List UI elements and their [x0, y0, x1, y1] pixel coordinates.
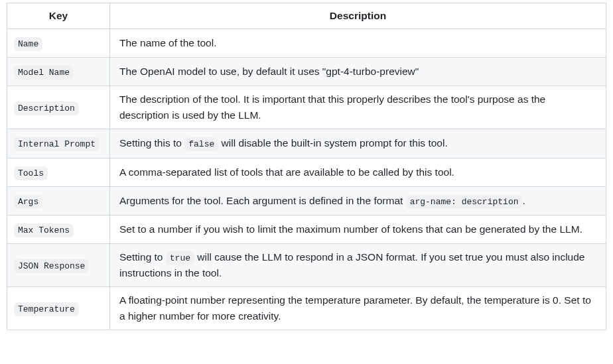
table-row: Model Name The OpenAI model to use, by d…: [7, 58, 606, 86]
key-cell: Max Tokens: [7, 215, 110, 243]
key-cell: Internal Prompt: [7, 129, 110, 158]
table-row: Max Tokens Set to a number if you wish t…: [7, 215, 606, 243]
desc-text: .: [522, 195, 525, 206]
desc-text: The description of the tool. It is impor…: [119, 93, 545, 121]
table-row: Description The description of the tool.…: [7, 86, 606, 129]
desc-code: true: [166, 251, 194, 265]
description-cell: Setting this to false will disable the b…: [110, 129, 606, 158]
config-keys-table: Key Description Name The name of the too…: [7, 3, 606, 330]
description-cell: Set to a number if you wish to limit the…: [110, 215, 606, 243]
key-cell: Temperature: [7, 287, 110, 330]
desc-text: The OpenAI model to use, by default it u…: [119, 66, 419, 77]
desc-text: will disable the built-in system prompt …: [218, 137, 447, 149]
key-code: Temperature: [14, 302, 79, 316]
header-key: Key: [7, 3, 110, 29]
description-cell: The OpenAI model to use, by default it u…: [110, 58, 606, 86]
table-row: Internal Prompt Setting this to false wi…: [7, 129, 606, 158]
description-cell: The name of the tool.: [110, 29, 606, 58]
desc-text: Set to a number if you wish to limit the…: [119, 223, 582, 235]
table-row: JSON Response Setting to true will cause…: [7, 244, 606, 287]
key-code: Internal Prompt: [14, 137, 100, 151]
desc-text: Arguments for the tool. Each argument is…: [119, 195, 406, 206]
table-header-row: Key Description: [7, 3, 606, 29]
desc-text: A floating-point number representing the…: [119, 294, 591, 322]
desc-text: The name of the tool.: [119, 37, 216, 48]
desc-text: Setting this to: [119, 137, 184, 149]
key-code: Args: [14, 195, 42, 209]
key-code: Description: [14, 101, 79, 115]
table-row: Temperature A floating-point number repr…: [7, 287, 606, 330]
description-cell: A comma-separated list of tools that are…: [110, 158, 606, 186]
table-row: Tools A comma-separated list of tools th…: [7, 158, 606, 186]
key-code: Max Tokens: [14, 223, 74, 237]
table-row: Args Arguments for the tool. Each argume…: [7, 186, 606, 215]
key-cell: Model Name: [7, 58, 110, 86]
key-cell: Name: [7, 29, 110, 58]
key-cell: Description: [7, 86, 110, 129]
key-code: Tools: [14, 166, 48, 180]
header-description: Description: [110, 3, 606, 29]
key-code: JSON Response: [14, 259, 89, 273]
desc-text: Setting to: [119, 251, 166, 263]
description-cell: Setting to true will cause the LLM to re…: [110, 244, 606, 287]
description-cell: The description of the tool. It is impor…: [110, 86, 606, 129]
key-code: Name: [14, 37, 42, 51]
desc-code: false: [184, 137, 218, 151]
description-cell: Arguments for the tool. Each argument is…: [110, 186, 606, 215]
desc-code: arg-name: description: [406, 195, 523, 209]
key-cell: Tools: [7, 158, 110, 186]
description-cell: A floating-point number representing the…: [110, 287, 606, 330]
key-code: Model Name: [14, 66, 74, 80]
key-cell: JSON Response: [7, 244, 110, 287]
table-row: Name The name of the tool.: [7, 29, 606, 58]
desc-text: A comma-separated list of tools that are…: [119, 166, 454, 178]
key-cell: Args: [7, 186, 110, 215]
